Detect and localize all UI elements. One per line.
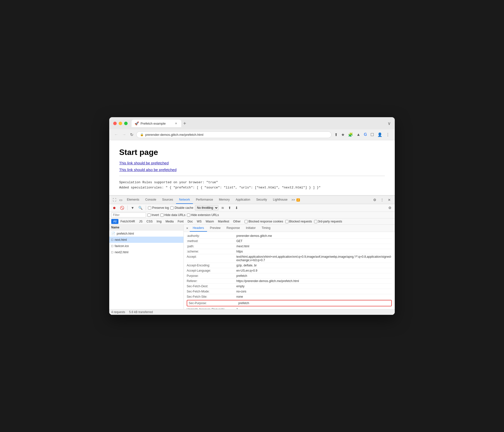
network-settings-icon[interactable]: ⚙ xyxy=(387,205,393,211)
extensions-icon[interactable]: 🧩 xyxy=(347,131,354,138)
type-filter-other[interactable]: Other xyxy=(231,219,243,224)
tab-sources[interactable]: Sources xyxy=(159,196,176,204)
menu-icon[interactable]: ⋮ xyxy=(385,131,391,138)
preserve-log-label[interactable]: Preserve log xyxy=(148,206,169,210)
page-title: Start page xyxy=(119,148,385,157)
url-bar[interactable]: 🔒 prerender-demos.glitch.me/prefetch.htm… xyxy=(136,131,331,138)
header-value: /next.html xyxy=(236,245,249,248)
tab-preview[interactable]: Preview xyxy=(207,225,224,232)
hide-ext-urls-label[interactable]: Hide extension URLs xyxy=(187,213,219,217)
tab-initiator[interactable]: Initiator xyxy=(243,225,258,232)
third-party-label[interactable]: 3rd-party requests xyxy=(314,220,342,223)
tab-headers[interactable]: Headers xyxy=(190,225,207,232)
headers-panel: × Headers Preview Response Initiator Tim… xyxy=(184,225,395,309)
hide-ext-urls-checkbox[interactable] xyxy=(187,214,190,217)
devtools-close-button[interactable]: ✕ xyxy=(386,196,393,203)
type-filter-font[interactable]: Font xyxy=(176,219,185,224)
tab-console[interactable]: Console xyxy=(142,196,159,204)
network-toolbar: ⏺ 🚫 ▼ 🔍 Preserve log Disable cache No th… xyxy=(109,204,395,212)
tab-network[interactable]: Network xyxy=(176,196,193,204)
devtools-settings-icon[interactable]: ⚙ xyxy=(371,196,378,203)
prefetch-link-2[interactable]: This link should also be prefetched xyxy=(119,168,385,172)
close-traffic-light[interactable] xyxy=(113,122,117,125)
filter-input[interactable] xyxy=(111,213,146,217)
blocked-requests-label[interactable]: Blocked requests xyxy=(285,220,312,223)
type-filter-fetch[interactable]: Fetch/XHR xyxy=(118,219,137,224)
tab-application[interactable]: Application xyxy=(233,196,253,204)
new-tab-button[interactable]: + xyxy=(181,120,188,127)
lock-icon: 🔒 xyxy=(140,133,144,136)
list-item[interactable]: □ next.html xyxy=(109,237,183,243)
devtools-element-selector[interactable]: ⛶ xyxy=(111,196,118,204)
header-row: Sec-Fetch-Mode: no-cors xyxy=(187,289,392,294)
filter-button[interactable]: ▼ xyxy=(130,205,136,211)
download-icon[interactable]: ⬇ xyxy=(234,205,239,211)
tab-lighthouse[interactable]: Lighthouse xyxy=(270,196,290,204)
forward-button[interactable]: → xyxy=(121,131,127,138)
invert-checkbox[interactable] xyxy=(147,214,151,217)
devtools-device-toolbar[interactable]: ▭ xyxy=(118,196,124,204)
collapse-button[interactable]: ∨ xyxy=(388,121,391,126)
upload-icon[interactable]: ⬆ xyxy=(227,205,232,211)
clear-button[interactable]: 🚫 xyxy=(119,205,125,211)
blocked-response-label[interactable]: Blocked response cookies xyxy=(245,220,283,223)
devtools-panel: ⛶ ▭ Elements Console Sources Network Per… xyxy=(109,195,395,315)
hide-data-urls-checkbox[interactable] xyxy=(160,214,164,217)
minimize-traffic-light[interactable] xyxy=(119,122,122,125)
file-icon: 📄 xyxy=(111,232,115,235)
back-button[interactable]: ← xyxy=(113,131,119,138)
devtools-more-icon[interactable]: ⋮ xyxy=(378,196,386,203)
tab-elements[interactable]: Elements xyxy=(124,196,142,204)
tab-memory[interactable]: Memory xyxy=(216,196,233,204)
blocked-requests-checkbox[interactable] xyxy=(285,220,288,223)
type-filter-all[interactable]: All xyxy=(111,219,118,224)
google-icon[interactable]: G xyxy=(363,131,368,138)
header-row: Accept: text/html,application/xhtml+xml,… xyxy=(187,254,392,263)
hide-data-urls-label[interactable]: Hide data URLs xyxy=(160,213,185,217)
header-value: prefetch xyxy=(236,274,247,278)
preserve-log-checkbox[interactable] xyxy=(148,206,151,210)
list-item[interactable]: □ favicon.ico xyxy=(109,243,183,249)
prefetch-link-1[interactable]: This link should be prefetched xyxy=(119,161,385,165)
tab-timing[interactable]: Timing xyxy=(259,225,274,232)
blocked-response-checkbox[interactable] xyxy=(245,220,248,223)
header-name: Sec-Fetch-Mode: xyxy=(187,290,236,293)
url-text: prerender-demos.glitch.me/prefetch.html xyxy=(145,133,203,137)
maximize-traffic-light[interactable] xyxy=(124,122,128,125)
refresh-button[interactable]: ↻ xyxy=(129,131,134,138)
search-button[interactable]: 🔍 xyxy=(137,205,144,211)
throttling-select[interactable]: No throttling xyxy=(195,205,218,211)
network-body: Name 📄 prefetch.html □ next.html □ favic… xyxy=(109,225,395,309)
type-filter-doc[interactable]: Doc xyxy=(185,219,195,224)
type-filter-ws[interactable]: WS xyxy=(195,219,204,224)
profile-icon[interactable]: ▲ xyxy=(356,131,361,138)
tab-security[interactable]: Security xyxy=(253,196,270,204)
tab-performance[interactable]: Performance xyxy=(193,196,216,204)
record-button[interactable]: ⏺ xyxy=(111,205,117,211)
file-name: favicon.ico xyxy=(115,244,129,248)
user-icon[interactable]: 👤 xyxy=(376,131,383,138)
wifi-icon[interactable]: ≋ xyxy=(220,205,225,211)
bookmark-icon[interactable]: ★ xyxy=(340,131,346,138)
tab-response[interactable]: Response xyxy=(223,225,243,232)
invert-label[interactable]: Invert xyxy=(147,213,159,217)
type-filter-css[interactable]: CSS xyxy=(144,219,155,224)
type-filter-js[interactable]: JS xyxy=(137,219,144,224)
header-name: Accept: xyxy=(187,255,236,262)
type-filter-manifest[interactable]: Manifest xyxy=(216,219,231,224)
disable-cache-label[interactable]: Disable cache xyxy=(170,206,193,210)
share-icon[interactable]: ⬆ xyxy=(333,131,339,138)
disable-cache-checkbox[interactable] xyxy=(170,206,174,210)
header-value: https xyxy=(236,250,243,253)
tab-close-button[interactable]: × xyxy=(174,121,178,126)
type-filter-img[interactable]: Img xyxy=(155,219,164,224)
list-item[interactable]: 📄 prefetch.html xyxy=(109,230,183,237)
list-item[interactable]: □ next2.html xyxy=(109,249,183,255)
third-party-checkbox[interactable] xyxy=(314,220,317,223)
browser-tab[interactable]: 🚀 Prefetch example × xyxy=(132,120,181,127)
headers-close-button[interactable]: × xyxy=(185,225,190,231)
type-filter-media[interactable]: Media xyxy=(164,219,176,224)
cast-icon[interactable]: ☐ xyxy=(369,131,375,138)
type-filter-wasm[interactable]: Wasm xyxy=(204,219,216,224)
more-tabs-button[interactable]: >> xyxy=(290,196,296,204)
